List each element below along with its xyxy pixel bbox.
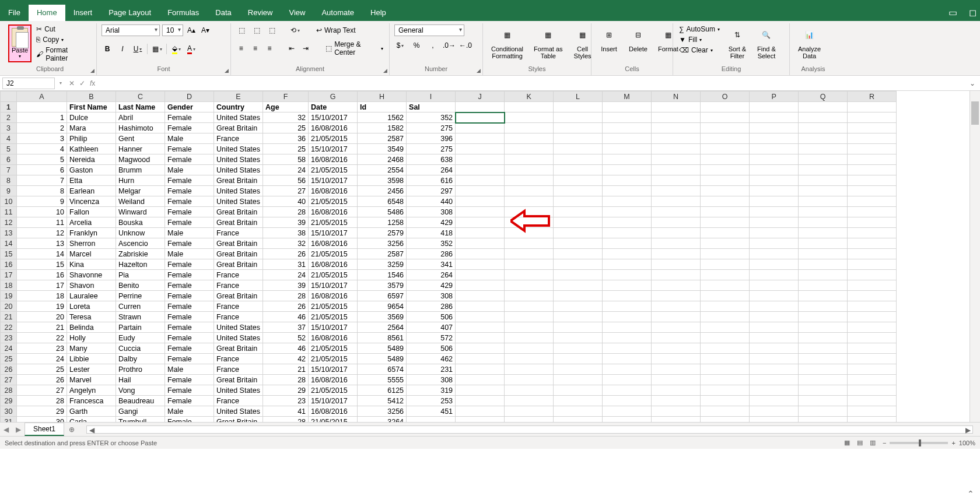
cell[interactable] [505,312,554,322]
cell[interactable] [701,396,750,406]
cell[interactable]: 26 [263,249,309,259]
cell[interactable]: Male [165,228,214,238]
cell[interactable]: 41 [263,406,309,417]
cell[interactable] [701,280,750,291]
cell[interactable]: Lester [67,364,116,375]
row-header[interactable]: 20 [1,301,17,312]
cell[interactable]: 616 [407,175,456,186]
cell[interactable]: 40 [263,196,309,207]
cell[interactable]: 407 [407,322,456,333]
cell[interactable] [505,270,554,280]
column-header[interactable]: M [603,92,652,102]
cell[interactable]: 7 [17,175,67,186]
cell[interactable] [603,343,652,354]
cell[interactable] [750,406,799,417]
cell[interactable] [505,144,554,154]
analyze-data-button[interactable]: 📊Analyze Data [794,24,824,61]
cell[interactable] [848,312,897,322]
cell[interactable]: Female [165,186,214,196]
cell[interactable]: United States [214,406,263,417]
window-restore-icon[interactable]: ◻ [969,7,977,18]
cell[interactable]: 21/05/2015 [309,249,358,259]
cell[interactable]: 6125 [358,385,407,396]
row-header[interactable]: 15 [1,249,17,259]
cell[interactable]: Female [165,385,214,396]
cell[interactable]: France [214,228,263,238]
comma-format-icon[interactable]: , [427,40,439,51]
cell[interactable] [750,417,799,423]
conditional-formatting-button[interactable]: ▦Conditional Formatting [488,24,527,61]
cell[interactable] [603,217,652,228]
cell[interactable]: 341 [407,259,456,270]
ribbon-display-icon[interactable]: ▭ [949,7,957,18]
row-header[interactable]: 9 [1,186,17,196]
cell[interactable]: 24 [263,270,309,280]
cell[interactable] [848,196,897,207]
cell[interactable]: France [214,364,263,375]
scroll-left-icon[interactable]: ◀ [87,426,96,434]
decrease-decimal-icon[interactable]: ←.0 [460,40,471,51]
cell[interactable]: 6 [17,165,67,175]
cell[interactable]: Female [165,259,214,270]
cell[interactable] [750,217,799,228]
cell[interactable]: Many [67,343,116,354]
cell[interactable] [799,301,848,312]
cell[interactable]: Etta [67,175,116,186]
cell[interactable]: Earlean [67,186,116,196]
cell[interactable]: 46 [263,343,309,354]
cell[interactable]: Zabriskie [116,249,165,259]
cell[interactable]: Hail [116,375,165,385]
cell[interactable]: 24 [17,354,67,364]
cell[interactable] [603,270,652,280]
cell[interactable] [603,196,652,207]
cell[interactable]: Great Britain [214,175,263,186]
cell[interactable]: 21/05/2015 [309,133,358,144]
row-header[interactable]: 31 [1,417,17,423]
cell[interactable] [554,196,603,207]
cell[interactable]: 25 [263,123,309,133]
column-header[interactable]: P [750,92,799,102]
cell[interactable]: Beaudreau [116,396,165,406]
cell[interactable] [603,417,652,423]
cell[interactable] [652,301,701,312]
cell[interactable]: 28 [263,375,309,385]
cell[interactable] [456,102,505,112]
cell[interactable] [456,133,505,144]
cell[interactable] [750,280,799,291]
column-header[interactable]: G [309,92,358,102]
cell[interactable]: Franklyn [67,228,116,238]
cell[interactable]: 25 [263,144,309,154]
cell[interactable] [554,259,603,270]
cell[interactable] [554,144,603,154]
row-header[interactable]: 18 [1,280,17,291]
cell[interactable]: Carla [67,417,116,423]
cell[interactable] [603,333,652,343]
cell[interactable]: Female [165,207,214,217]
cell[interactable]: Melgar [116,186,165,196]
menu-tab-insert[interactable]: Insert [65,5,101,21]
row-header[interactable]: 19 [1,291,17,301]
cell[interactable] [603,396,652,406]
cell[interactable] [407,417,456,423]
cell[interactable]: Gaston [67,165,116,175]
cell[interactable] [652,375,701,385]
cell[interactable]: 17 [17,280,67,291]
cell[interactable] [456,259,505,270]
cell[interactable] [554,270,603,280]
cell[interactable]: 2564 [358,322,407,333]
cell[interactable] [505,343,554,354]
cell[interactable] [652,228,701,238]
cell[interactable] [848,175,897,186]
cell[interactable]: Shavon [67,280,116,291]
cell[interactable] [701,102,750,112]
cell[interactable] [554,406,603,417]
row-header[interactable]: 22 [1,322,17,333]
cell[interactable] [750,291,799,301]
row-header[interactable]: 3 [1,123,17,133]
cell[interactable]: France [214,270,263,280]
cell[interactable]: 9654 [358,301,407,312]
cell[interactable] [505,186,554,196]
cell[interactable]: 15/10/2017 [309,112,358,123]
align-center-icon[interactable]: ≡ [250,43,260,54]
cell[interactable] [554,217,603,228]
